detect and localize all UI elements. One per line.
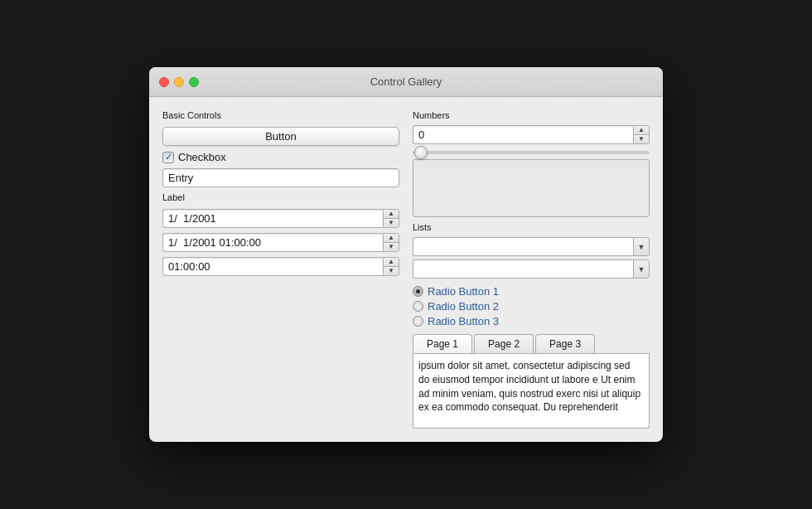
basic-controls-label: Basic Controls [162,110,399,120]
datetime-input[interactable] [162,233,383,252]
datetime-decrement-btn[interactable]: ▼ [384,243,399,251]
select2-row: ▼ [413,259,650,279]
tab-page2[interactable]: Page 2 [474,334,534,353]
radio-label-2: Radio Button 2 [428,300,499,313]
select1-arrow[interactable]: ▼ [633,237,650,256]
tabs-container: Page 1 Page 2 Page 3 ipsum dolor sit ame… [413,334,650,429]
time-decrement-btn[interactable]: ▼ [384,267,399,275]
entry-input[interactable] [162,168,399,187]
traffic-lights [159,77,199,87]
spinbox-decrement-btn[interactable]: ▼ [634,135,649,143]
button-control[interactable]: Button [162,127,399,146]
radio-row-2: Radio Button 2 [413,300,650,313]
label-control: Label [162,192,399,202]
radio-button-3[interactable] [413,316,423,327]
lists-section: Lists ▼ ▼ Radio Button 1 [413,222,650,429]
main-window: Control Gallery Basic Controls Button ✓ … [149,67,663,442]
titlebar: Control Gallery [149,67,663,97]
radio-group: Radio Button 1 Radio Button 2 Radio Butt… [413,285,650,327]
slider-container [413,149,650,154]
minimize-button[interactable] [174,77,184,87]
radio-row-3: Radio Button 3 [413,315,650,327]
date-stepper: ▲ ▼ [383,209,399,228]
tab-page3[interactable]: Page 3 [535,334,595,353]
tabs-header: Page 1 Page 2 Page 3 [413,334,650,354]
date-increment-btn[interactable]: ▲ [384,210,399,219]
spinbox-increment-btn[interactable]: ▲ [634,126,649,135]
select2-input[interactable] [413,259,633,279]
checkbox-label: Checkbox [178,151,226,163]
right-panel: Numbers ▲ ▼ Lists [413,110,650,429]
close-button[interactable] [159,77,169,87]
radio-label-1: Radio Button 1 [428,285,499,298]
datetime-stepper: ▲ ▼ [383,233,399,252]
radio-label-3: Radio Button 3 [428,315,499,327]
tab-content: ipsum dolor sit amet, consectetur adipis… [413,354,650,429]
date-decrement-btn[interactable]: ▼ [384,219,399,227]
time-increment-btn[interactable]: ▲ [384,258,399,267]
slider-thumb[interactable] [414,146,428,159]
checkbox-control[interactable]: ✓ [162,152,174,163]
numbers-label: Numbers [413,110,650,120]
select2-arrow[interactable]: ▼ [633,259,650,279]
date-input[interactable] [162,209,383,228]
radio-row-1: Radio Button 1 [413,285,650,298]
spinbox-row: ▲ ▼ [413,125,650,144]
spinbox-stepper: ▲ ▼ [633,125,650,144]
time-stepper-row: ▲ ▼ [162,257,399,276]
maximize-button[interactable] [189,77,199,87]
window-title: Control Gallery [370,75,442,88]
checkbox-row: ✓ Checkbox [162,151,399,163]
numbers-section: Numbers ▲ ▼ [413,110,650,217]
time-stepper: ▲ ▼ [383,257,399,276]
select1-input[interactable] [413,237,633,256]
spinbox-input[interactable] [413,125,633,144]
select1-row: ▼ [413,237,650,256]
time-input[interactable] [162,257,383,276]
tab-page1[interactable]: Page 1 [413,334,472,353]
content-area: Basic Controls Button ✓ Checkbox Label ▲… [149,97,663,442]
left-panel: Basic Controls Button ✓ Checkbox Label ▲… [162,110,399,429]
lists-label: Lists [413,222,650,232]
radio-button-2[interactable] [413,301,423,312]
slider-track [413,151,650,154]
date-stepper-row: ▲ ▼ [162,209,399,228]
datetime-increment-btn[interactable]: ▲ [384,234,399,243]
large-display-box [413,159,650,217]
radio-button-1[interactable] [413,286,423,297]
datetime-stepper-row: ▲ ▼ [162,233,399,252]
